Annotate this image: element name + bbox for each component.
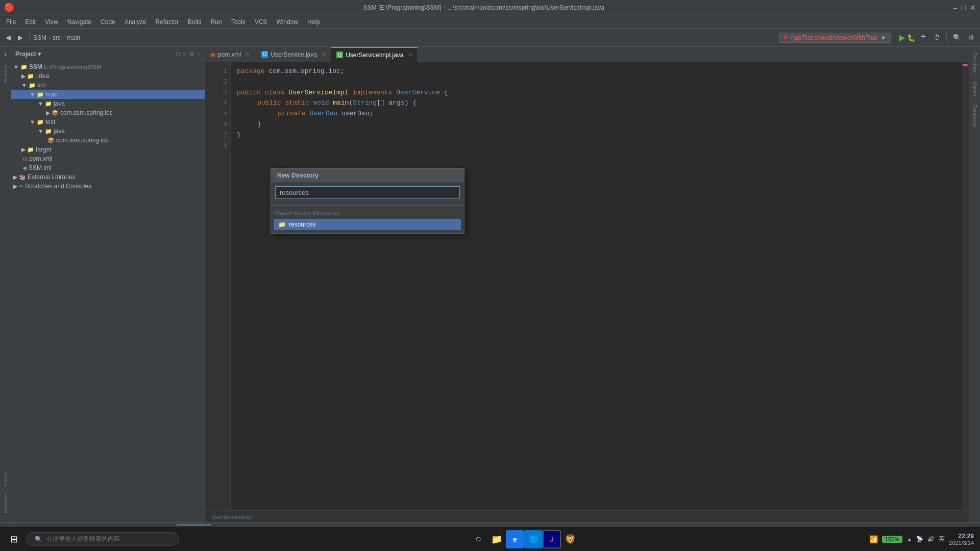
menu-code[interactable]: Code [96,17,119,27]
tree-test-expand: ▼ [30,119,35,125]
tree-item-java-test[interactable]: ▼ 📁 java [11,127,205,136]
tab-pom-icon: m [210,52,215,58]
titlebar-controls[interactable]: – □ ✕ [953,4,976,12]
taskbar-time: 22:29 [949,533,974,540]
code-line-7: } [237,130,963,141]
dialog-suggestion-item[interactable]: 📁 resources [274,219,461,230]
menu-build[interactable]: Build [184,17,206,27]
menu-vcs[interactable]: VCS [251,17,272,27]
tab-userservice-close[interactable]: ✕ [322,52,326,57]
taskbar-clock[interactable]: 22:29 2021/3/14 [949,533,974,546]
settings-button[interactable]: ⚙ [966,32,977,43]
tree-ext-expand: ▶ [13,174,17,181]
menu-view[interactable]: View [41,17,62,27]
taskbar-app-idea[interactable]: J [543,530,561,548]
menu-analyze[interactable]: Analyze [120,17,151,27]
tab-pom-close[interactable]: ✕ [246,52,250,57]
sidebar-structure-icon[interactable]: Structure [2,62,9,85]
tree-item-test[interactable]: ▼ 📁 test [11,117,205,127]
taskbar-app-edge[interactable]: 🌐 [524,530,543,548]
package-icon: 📦 [52,110,59,116]
code-line-4: public static void main(String[] args) { [237,98,963,109]
tree-item-iml[interactable]: ◆ SSM.iml [11,163,205,172]
tab-userimpl-label: UserServiceImpl.java [346,52,403,59]
run-config-selector[interactable]: ✕ AppTest.shouldAnswerWithTrue ▼ [779,33,891,43]
tree-label-test: test [45,118,55,126]
tab-userserviceimpl[interactable]: U UserServiceImpl.java ✕ [331,47,418,62]
toolbar-separator-2 [84,33,84,43]
tab-userservice-icon: U [261,51,268,58]
locate-icon[interactable]: ⊙ [175,50,181,58]
tree-pkg-collapse: ▶ [46,110,50,116]
ext-libs-icon: 📚 [19,174,26,181]
tree-item-pom[interactable]: m pom.xml [11,154,205,163]
tree-label-ext-libs: External Libraries [28,173,75,181]
forward-button[interactable]: ▶ [15,32,26,43]
tree-item-java-main[interactable]: ▼ 📁 java [11,99,205,108]
folder-src-icon: 📁 [29,82,36,89]
taskbar-volume-icon: 🔊 [927,536,935,542]
new-directory-dialog[interactable]: New Directory Maven Source Directories 📁… [271,168,464,234]
code-line-3: public class UserServiceImpl implements … [237,88,963,98]
search-everywhere-button[interactable]: 🔍 [950,32,964,43]
tree-item-src[interactable]: ▼ 📁 src [11,81,205,90]
tab-pom-xml[interactable]: m pom.xml ✕ [205,47,256,62]
breadcrumb-main[interactable]: main [67,34,80,41]
back-button[interactable]: ◀ [3,32,13,43]
debug-button[interactable]: 🐛 [907,34,916,42]
tree-item-scratches[interactable]: ▶ ✏ Scratches and Consoles [11,182,205,191]
menu-navigate[interactable]: Navigate [63,17,95,27]
right-tab-structure[interactable]: Structure [971,50,978,75]
sidebar-project-icon[interactable]: 1 [3,50,8,59]
tree-label-pkg-test: com.ssm.spring.ioc [56,137,109,144]
tree-item-target[interactable]: ▶ 📁 target [11,145,205,154]
menu-tools[interactable]: Tools [227,17,250,27]
taskbar-app-other[interactable]: 🦁 [561,530,579,548]
tab-userimpl-close[interactable]: ✕ [408,52,412,58]
menu-window[interactable]: Window [272,17,302,27]
taskbar-app-explorer[interactable]: 📁 [487,530,506,548]
code-content[interactable]: package com.ssm.spring.ioc; public class… [231,62,969,510]
tree-item-pkg-test[interactable]: 📦 com.ssm.spring.ioc [11,136,205,145]
minimize-panel-icon[interactable]: − [197,50,201,58]
run-button[interactable]: ▶ [899,33,905,42]
menu-file[interactable]: File [2,17,20,27]
right-tab-maven[interactable]: Maven [971,79,978,98]
right-tab-database[interactable]: Database [971,103,978,129]
tree-item-ext-libs[interactable]: ▶ 📚 External Libraries [11,172,205,182]
close-button[interactable]: ✕ [970,4,976,12]
dialog-directory-input[interactable] [275,186,460,199]
tree-item-ssm[interactable]: ▼ 📁 SSM E:\Programming\SSM [11,62,205,71]
menu-edit[interactable]: Edit [21,17,40,27]
breadcrumb-src[interactable]: src [53,34,61,41]
menu-run[interactable]: Run [207,17,226,27]
taskbar-app-cortana[interactable]: ○ [469,530,487,548]
breadcrumb-ssm[interactable]: SSM [33,34,46,41]
taskbar-search[interactable]: 🔍 在这里输入你要搜索的内容 [26,532,179,546]
tree-label-idea: .idea [36,72,49,80]
run-config-error-icon: ✕ [783,35,788,40]
sidebar-database-icon[interactable]: Database [2,491,9,515]
project-panel-actions: ⊙ ≡ ⚙ − [175,50,201,58]
coverage-button[interactable]: ☂ [918,32,929,43]
tree-item-main[interactable]: ▼ 📁 main [11,90,205,99]
sidebar-maven-icon[interactable]: Maven [2,470,9,488]
start-button[interactable]: ⊞ [6,532,22,547]
tab-userservice[interactable]: U UserService.java ✕ [256,47,331,62]
collapse-icon[interactable]: ≡ [183,50,187,58]
maximize-button[interactable]: □ [962,4,966,12]
project-dropdown-icon[interactable]: Project ▾ [15,51,41,58]
taskbar-app-edge-old[interactable]: e [506,530,524,548]
menu-refactor[interactable]: Refactor [152,17,183,27]
folder-icon: 📁 [20,64,28,70]
line-num-5: 5 [208,109,227,119]
tree-item-idea[interactable]: ▶ 📁 .idea [11,71,205,81]
code-editor[interactable]: 1 2 ▶ 3 ▶ 4 5 − 6 7 8 [205,62,969,510]
tree-collapse-icon: ▶ [21,73,26,80]
taskbar-language[interactable]: 英 [939,535,945,543]
gear-icon[interactable]: ⚙ [188,50,194,58]
tree-item-pkg-main[interactable]: ▶ 📦 com.ssm.spring.ioc [11,108,205,117]
minimize-button[interactable]: – [953,4,958,12]
profiler-button[interactable]: ⏱ [931,32,943,43]
menu-help[interactable]: Help [303,17,324,27]
